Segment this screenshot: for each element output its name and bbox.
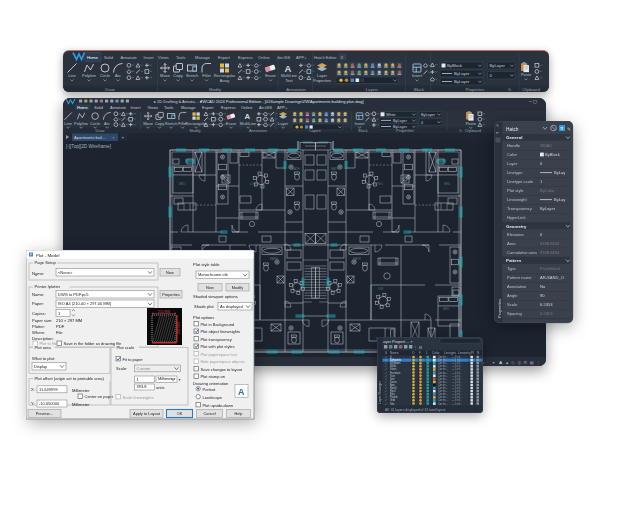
svg-text:210 × 297 MM: 210 × 297 MM — [56, 318, 83, 323]
svg-text:Drawing orientation: Drawing orientation — [193, 381, 229, 386]
svg-text:6.5353: 6.5353 — [540, 302, 553, 307]
svg-text:ByLayer: ByLayer — [490, 63, 506, 68]
svg-text:Express: Express — [238, 55, 253, 60]
svg-text:DWG to PDF.pc5: DWG to PDF.pc5 — [58, 292, 89, 297]
svg-text:Solid: Solid — [94, 105, 103, 110]
svg-text:ByLayer: ByLayer — [454, 79, 470, 84]
svg-text:Cancel: Cancel — [203, 411, 215, 416]
svg-text:Paste: Paste — [466, 121, 477, 126]
svg-text:A: A — [285, 63, 292, 74]
svg-text:Geometry: Geometry — [506, 224, 527, 229]
svg-text:Color: Color — [507, 152, 517, 157]
svg-text:Custom: Custom — [137, 366, 151, 371]
svg-text:Plot - Model: Plot - Model — [36, 253, 59, 258]
svg-text:↻: ↻ — [459, 129, 462, 133]
svg-text:OK: OK — [177, 411, 183, 416]
svg-text:393.8: 393.8 — [137, 384, 148, 389]
svg-text:Name: Name — [390, 351, 399, 355]
svg-text:⋮: ⋮ — [536, 360, 540, 365]
svg-text:Site: Site — [390, 402, 395, 406]
svg-text:Plotter:: Plotter: — [32, 324, 45, 329]
svg-text:Shaded viewport options: Shaded viewport options — [193, 294, 238, 299]
svg-text:Area: Area — [507, 241, 516, 246]
svg-text:Pattern name: Pattern name — [507, 275, 532, 280]
svg-text:Paper size:: Paper size: — [32, 318, 52, 323]
svg-text:X:: X: — [31, 387, 35, 392]
svg-text:Description:: Description: — [32, 336, 54, 341]
svg-text:ByLayer: ByLayer — [393, 119, 408, 123]
svg-text:Monochrome.ctb: Monochrome.ctb — [198, 272, 229, 277]
svg-text:Help: Help — [234, 411, 242, 416]
svg-text:Layer: Layer — [278, 121, 289, 126]
svg-text:Copy: Copy — [155, 121, 164, 126]
svg-text:Move: Move — [143, 121, 154, 126]
svg-text:Scale:: Scale: — [116, 366, 127, 371]
svg-text:Block: Block — [414, 87, 425, 92]
svg-text:BATH: BATH — [270, 257, 278, 261]
svg-text:Type: Type — [507, 266, 517, 271]
svg-text:BED: BED — [179, 182, 186, 186]
svg-text:Views: Views — [148, 105, 159, 110]
svg-text:Text: Text — [285, 78, 293, 83]
svg-text:Linetype: Linetype — [507, 170, 523, 175]
svg-text:Scale: Scale — [507, 302, 518, 307]
svg-text:Cumulative area: Cumulative area — [507, 250, 538, 255]
svg-text:Rectangular: Rectangular — [185, 121, 207, 126]
svg-text:S: S — [385, 351, 387, 355]
svg-text:Millimeter: Millimeter — [72, 402, 90, 407]
svg-text:·: · — [486, 360, 487, 365]
svg-text:Polyline: Polyline — [74, 121, 89, 126]
svg-text:Copies:: Copies: — [32, 311, 46, 316]
svg-text:Scale lineweights: Scale lineweights — [123, 395, 154, 400]
svg-text:Hide paperspace objects: Hide paperspace objects — [201, 359, 245, 364]
svg-text:General: General — [506, 135, 522, 140]
svg-text:Name:: Name: — [32, 271, 44, 276]
svg-text:Home: Home — [87, 55, 99, 60]
svg-text:297 MM: 297 MM — [177, 322, 181, 334]
svg-text:Insert: Insert — [412, 73, 423, 78]
svg-text:Layer Propert… ×: Layer Propert… × — [381, 339, 413, 344]
svg-text:No: No — [540, 284, 546, 289]
svg-text:Page Setup: Page Setup — [35, 260, 57, 265]
svg-text:Plot style: Plot style — [507, 188, 524, 193]
svg-text:Tools: Tools — [176, 55, 186, 60]
svg-text:Clipboard: Clipboard — [522, 87, 540, 92]
svg-text:0: 0 — [421, 121, 423, 125]
svg-text:Plot area: Plot area — [35, 345, 52, 350]
svg-text:Arc: Arc — [115, 73, 121, 78]
svg-text:File: File — [56, 330, 63, 335]
svg-text:Copy: Copy — [173, 73, 182, 78]
svg-text:New: New — [166, 270, 174, 275]
svg-text:Save changes to layout: Save changes to layout — [201, 367, 243, 372]
svg-text:Plot stamp on: Plot stamp on — [201, 374, 225, 379]
svg-text:Hatch Editor: Hatch Editor — [314, 55, 337, 60]
svg-text:◎: ◎ — [517, 360, 521, 365]
svg-text:Online: Online — [241, 105, 253, 110]
svg-text:Export: Export — [218, 55, 231, 60]
svg-text:9168.8654: 9168.8654 — [540, 241, 560, 246]
svg-text:↻: ↻ — [508, 87, 511, 92]
svg-text:PDF: PDF — [56, 324, 65, 329]
svg-text:Layer: Layer — [507, 161, 518, 166]
svg-text:π: π — [560, 126, 563, 131]
svg-text:Block: Block — [358, 129, 367, 133]
svg-text:Stretch: Stretch — [186, 73, 199, 78]
svg-text:380AC: 380AC — [540, 143, 553, 148]
svg-text:ByColor: ByColor — [540, 188, 555, 193]
svg-text:ByLayer: ByLayer — [421, 113, 436, 117]
svg-text:Move: Move — [160, 73, 171, 78]
svg-text:Circle: Circle — [100, 73, 111, 78]
svg-text:6.5353: 6.5353 — [540, 311, 553, 316]
svg-text:Center on paper: Center on paper — [85, 394, 115, 399]
svg-text:Properties: Properties — [396, 129, 413, 133]
svg-text:Annotate: Annotate — [121, 55, 138, 60]
svg-text:Landscape: Landscape — [203, 395, 223, 400]
svg-text:210 MM: 210 MM — [158, 310, 170, 314]
svg-text:Line: Line — [64, 121, 72, 126]
svg-text:All: 31 layers displayed of 31: All: 31 layers displayed of 31 total lay… — [385, 408, 446, 412]
svg-text:Draw: Draw — [105, 87, 115, 92]
svg-text:Fillet: Fillet — [202, 73, 211, 78]
svg-text:MultiLine: MultiLine — [240, 121, 257, 126]
svg-text:Tools: Tools — [164, 105, 173, 110]
svg-text:Predefined: Predefined — [540, 266, 561, 271]
